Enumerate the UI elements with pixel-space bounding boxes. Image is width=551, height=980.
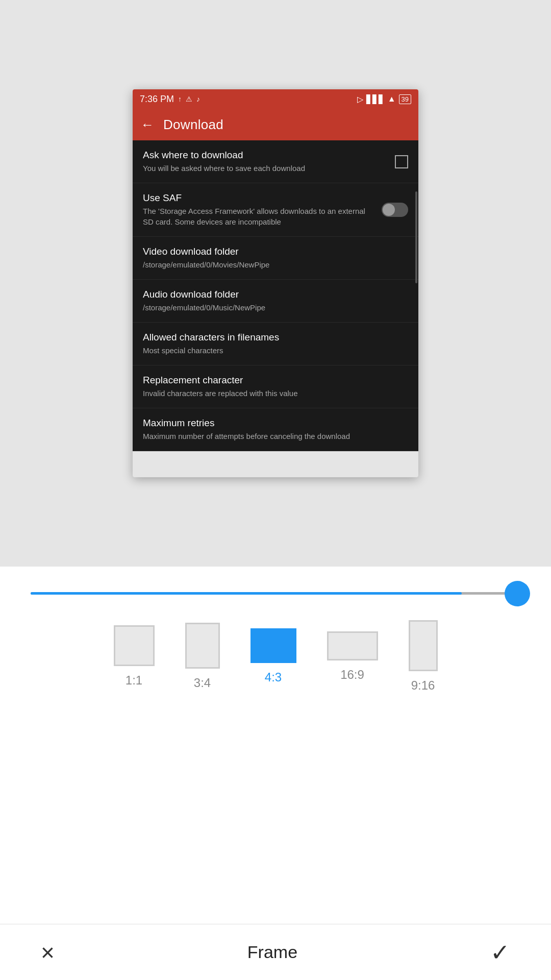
slider-fill	[31, 592, 462, 595]
warning-icon: ⚠	[186, 95, 192, 103]
settings-item-text-4: Audio download folder /storage/emulated/…	[143, 289, 402, 313]
aspect-label-16-9: 16:9	[340, 668, 364, 682]
settings-item-text-3: Video download folder /storage/emulated/…	[143, 246, 402, 270]
cancel-button[interactable]: ×	[41, 939, 55, 966]
aspect-box-3-4	[185, 623, 220, 669]
phone-screenshot: 7:36 PM ↑ ⚠ ♪ ▷ ▋▋▋ ▲ 39 ← Download	[133, 89, 418, 477]
aspect-box-9-16	[409, 620, 438, 671]
settings-item-subtitle-2: The 'Storage Access Framework' allows do…	[143, 206, 375, 227]
settings-item-text-6: Replacement character Invalid characters…	[143, 375, 402, 399]
cast-icon: ▷	[357, 94, 363, 104]
audio-icon: ♪	[196, 95, 200, 103]
settings-item-title-6: Replacement character	[143, 375, 402, 386]
slider-area	[0, 567, 551, 610]
aspect-box-16-9	[327, 631, 378, 660]
toolbar-title: Download	[163, 117, 223, 133]
settings-list: Ask where to download You will be asked …	[133, 140, 418, 451]
settings-item-title-2: Use SAF	[143, 192, 375, 204]
status-bar: 7:36 PM ↑ ⚠ ♪ ▷ ▋▋▋ ▲ 39	[133, 89, 418, 109]
settings-item-audio-folder[interactable]: Audio download folder /storage/emulated/…	[133, 280, 418, 323]
settings-item-subtitle-7: Maximum number of attempts before cancel…	[143, 431, 402, 442]
battery-icon: 39	[399, 94, 411, 104]
settings-item-max-retries[interactable]: Maximum retries Maximum number of attemp…	[133, 408, 418, 451]
settings-item-subtitle-1: You will be asked where to save each dow…	[143, 163, 389, 174]
settings-item-title-5: Allowed characters in filenames	[143, 332, 402, 343]
aspect-box-4-3	[251, 628, 296, 663]
ask-where-checkbox[interactable]	[395, 155, 408, 168]
aspect-ratio-row: 1:1 3:4 4:3 16:9 9:16	[114, 610, 438, 703]
aspect-label-9-16: 9:16	[411, 678, 435, 693]
settings-item-subtitle-3: /storage/emulated/0/Movies/NewPipe	[143, 259, 402, 270]
aspect-option-16-9[interactable]: 16:9	[327, 631, 378, 682]
saf-toggle-knob	[383, 204, 395, 216]
page: 7:36 PM ↑ ⚠ ♪ ▷ ▋▋▋ ▲ 39 ← Download	[0, 0, 551, 980]
wifi-icon: ▲	[388, 94, 396, 104]
aspect-option-9-16[interactable]: 9:16	[409, 620, 438, 693]
settings-item-title-1: Ask where to download	[143, 150, 389, 161]
app-toolbar: ← Download	[133, 109, 418, 140]
confirm-button[interactable]: ✓	[490, 939, 510, 966]
bottom-controls: 1:1 3:4 4:3 16:9 9:16 × Frame	[0, 567, 551, 980]
aspect-option-4-3[interactable]: 4:3	[251, 628, 296, 684]
aspect-box-1-1	[114, 625, 155, 666]
signal-icon: ▋▋▋	[366, 94, 385, 104]
slider-track[interactable]	[31, 592, 520, 595]
status-bar-left: 7:36 PM ↑ ⚠ ♪	[140, 94, 200, 105]
aspect-label-4-3: 4:3	[265, 670, 282, 684]
settings-item-title-4: Audio download folder	[143, 289, 402, 300]
back-button[interactable]: ←	[141, 117, 154, 133]
time-display: 7:36 PM	[140, 94, 174, 105]
settings-item-text-2: Use SAF The 'Storage Access Framework' a…	[143, 192, 375, 227]
upload-icon: ↑	[178, 95, 182, 103]
scrollbar	[415, 191, 417, 283]
settings-item-title-3: Video download folder	[143, 246, 402, 257]
aspect-label-1-1: 1:1	[126, 673, 142, 688]
settings-list-wrapper: Ask where to download You will be asked …	[133, 140, 418, 477]
frame-label: Frame	[247, 942, 297, 962]
settings-item-use-saf[interactable]: Use SAF The 'Storage Access Framework' a…	[133, 183, 418, 237]
settings-item-allowed-chars[interactable]: Allowed characters in filenames Most spe…	[133, 323, 418, 365]
screenshot-area: 7:36 PM ↑ ⚠ ♪ ▷ ▋▋▋ ▲ 39 ← Download	[0, 0, 551, 567]
settings-item-replacement-char[interactable]: Replacement character Invalid characters…	[133, 365, 418, 408]
aspect-option-3-4[interactable]: 3:4	[185, 623, 220, 690]
aspect-label-3-4: 3:4	[194, 676, 211, 690]
settings-item-subtitle-5: Most special characters	[143, 345, 402, 356]
slider-thumb[interactable]	[505, 581, 530, 606]
settings-item-text-5: Allowed characters in filenames Most spe…	[143, 332, 402, 356]
settings-item-ask-where[interactable]: Ask where to download You will be asked …	[133, 140, 418, 183]
settings-item-video-folder[interactable]: Video download folder /storage/emulated/…	[133, 237, 418, 280]
settings-item-text-1: Ask where to download You will be asked …	[143, 150, 389, 174]
settings-item-title-7: Maximum retries	[143, 418, 402, 429]
saf-toggle[interactable]	[382, 203, 408, 217]
settings-item-subtitle-6: Invalid characters are replaced with thi…	[143, 388, 402, 399]
aspect-option-1-1[interactable]: 1:1	[114, 625, 155, 688]
bottom-action-bar: × Frame ✓	[0, 924, 551, 980]
settings-item-text-7: Maximum retries Maximum number of attemp…	[143, 418, 402, 442]
settings-item-subtitle-4: /storage/emulated/0/Music/NewPipe	[143, 302, 402, 313]
status-bar-right: ▷ ▋▋▋ ▲ 39	[357, 94, 411, 104]
